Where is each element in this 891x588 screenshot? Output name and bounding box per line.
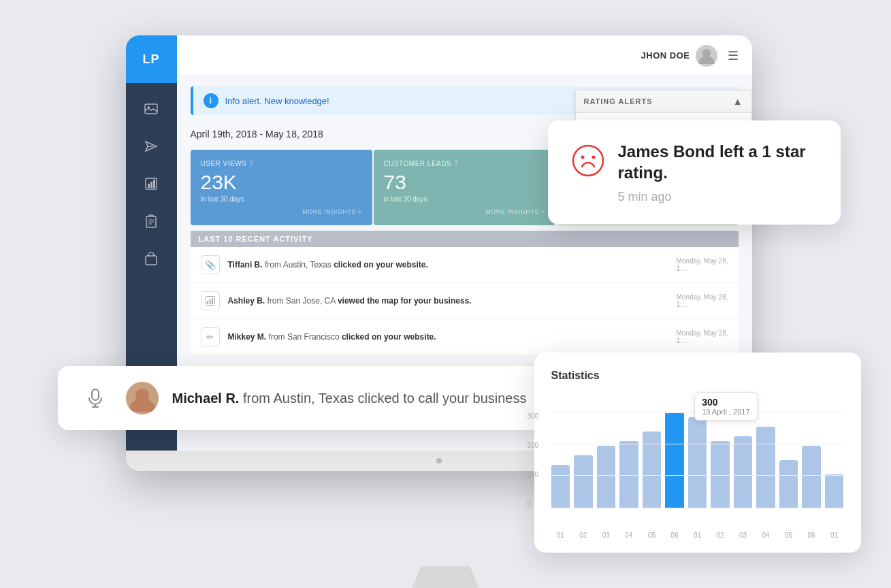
- activity-time-3: Monday, May 28,1:...: [677, 329, 728, 344]
- sidebar-item-clipboard[interactable]: [126, 202, 177, 240]
- activity-item-3: ✏ Mikkey M. from San Francisco clicked o…: [191, 319, 739, 355]
- activity-icon-1: 📎: [201, 255, 220, 274]
- x-label-8: 03: [734, 532, 753, 539]
- sad-face-icon-large: [572, 144, 604, 182]
- stat-card-customer-leads: CUSTOMER LEADS ? 73 in last 30 days MORE…: [374, 150, 555, 225]
- call-notification: Michael R. from Austin, Texas clicked to…: [58, 366, 548, 430]
- activity-list: 📎 Tiffani B. from Austin, Texas clicked …: [191, 247, 739, 355]
- activity-name-3: Mikkey M.: [228, 332, 267, 342]
- y-label-100: 100: [528, 471, 539, 478]
- y-label-0: 0: [528, 500, 539, 508]
- grid-line-3: [551, 508, 844, 508]
- stat-link-customer-leads[interactable]: MORE INSIGHTS >: [384, 208, 545, 215]
- mic-icon: [78, 381, 112, 415]
- topbar: JHON DOE ☰: [177, 35, 752, 76]
- activity-section: LAST 10 RECENT ACTIVITY 📎 Tiffani B. fro…: [191, 231, 739, 355]
- activity-text-3: Mikkey M. from San Francisco clicked on …: [228, 332, 668, 342]
- rating-alerts-collapse-icon[interactable]: ▲: [733, 96, 743, 107]
- notification-time: 5 min ago: [618, 190, 817, 204]
- chart-grid-lines: [551, 412, 844, 508]
- svg-point-13: [573, 146, 603, 176]
- x-label-1: 02: [574, 532, 593, 539]
- activity-location-3: from San Francisco: [269, 332, 342, 342]
- x-label-12: 01: [825, 532, 844, 539]
- svg-rect-10: [207, 301, 208, 304]
- call-text: Michael R. from Austin, Texas clicked to…: [172, 391, 528, 406]
- x-label-2: 03: [597, 532, 616, 539]
- chart-title: Statistics: [551, 370, 844, 382]
- activity-text-2: Ashley B. from San Jose, CA viewed the m…: [228, 296, 668, 306]
- activity-location-1: from Austin, Texas: [265, 260, 334, 270]
- y-label-300: 300: [528, 412, 539, 420]
- x-label-6: 01: [688, 532, 707, 539]
- grid-line-1: [551, 444, 844, 444]
- sidebar-icons: [126, 83, 177, 277]
- x-label-3: 04: [619, 532, 638, 539]
- activity-location-2: from San Jose, CA: [268, 296, 338, 306]
- user-avatar: [696, 45, 717, 67]
- chart-x-labels: 01020304050601020304050601: [551, 532, 844, 539]
- x-label-7: 02: [711, 532, 730, 539]
- stat-card-user-views: USER VIEWS ? 23K in last 30 days MORE IN…: [191, 150, 372, 225]
- rating-alerts-title: RATING ALERTS: [584, 97, 653, 105]
- sidebar-item-send[interactable]: [126, 127, 177, 165]
- svg-point-15: [592, 156, 595, 159]
- chart-tooltip: 300 13 April , 2017: [694, 392, 757, 421]
- svg-rect-12: [212, 298, 213, 304]
- chart-y-labels: 300 200 100 0: [528, 412, 539, 508]
- caller-avatar: [126, 382, 159, 414]
- activity-name-1: Tiffani B.: [228, 260, 263, 270]
- x-label-4: 05: [643, 532, 662, 539]
- activity-header: LAST 10 RECENT ACTIVITY: [191, 231, 739, 247]
- stat-value-customer-leads: 73: [384, 171, 545, 194]
- date-range: April 19th, 2018 - May 18, 2018: [191, 129, 323, 140]
- svg-rect-11: [209, 299, 210, 304]
- svg-rect-7: [146, 256, 157, 265]
- caller-city: Austin, Texas: [273, 391, 354, 406]
- y-label-200: 200: [528, 442, 539, 449]
- notification-name: James Bond: [618, 142, 715, 161]
- grid-line-2: [551, 475, 844, 476]
- activity-item-2: Ashley B. from San Jose, CA viewed the m…: [191, 283, 739, 319]
- user-name: JHON DOE: [641, 50, 690, 61]
- x-label-5: 06: [665, 532, 684, 539]
- sidebar-item-chart[interactable]: [126, 165, 177, 202]
- stat-label-customer-leads: CUSTOMER LEADS ?: [384, 160, 545, 167]
- sidebar-logo[interactable]: LP: [126, 35, 177, 83]
- notification-card: James Bond left a 1 star rating. 5 min a…: [548, 120, 841, 225]
- activity-time-2: Monday, May 28,1:...: [677, 293, 728, 308]
- menu-icon[interactable]: ☰: [728, 48, 739, 63]
- svg-rect-16: [92, 389, 99, 400]
- sidebar-item-image[interactable]: [126, 90, 177, 127]
- rating-alerts-header: RATING ALERTS ▲: [576, 91, 751, 113]
- svg-rect-3: [148, 184, 150, 188]
- activity-action-2: viewed the map for your business.: [338, 296, 472, 306]
- activity-time-1: Monday, May 28,1:...: [677, 257, 728, 272]
- info-icon: i: [204, 93, 218, 108]
- activity-text-1: Tiffani B. from Austin, Texas clicked on…: [228, 260, 668, 270]
- monitor-stand: [405, 566, 487, 588]
- notification-main-text: James Bond left a 1 star rating.: [618, 141, 817, 183]
- activity-action-1: clicked on your website.: [334, 260, 428, 270]
- monitor-button-dot: [436, 458, 442, 463]
- tooltip-date: 13 April , 2017: [702, 408, 749, 416]
- stat-sub-user-views: in last 30 days: [201, 195, 362, 203]
- stat-label-user-views: USER VIEWS ?: [201, 160, 362, 167]
- x-label-11: 06: [802, 532, 821, 539]
- scene: LP: [71, 22, 820, 566]
- caller-action: clicked to call your business: [358, 391, 527, 406]
- activity-icon-3: ✏: [201, 327, 220, 346]
- caller-location: from: [243, 391, 273, 406]
- activity-action-3: clicked on your website.: [342, 332, 436, 342]
- activity-name-2: Ashley B.: [228, 296, 265, 306]
- svg-rect-4: [150, 182, 152, 188]
- sidebar-item-bag[interactable]: [126, 240, 177, 277]
- stat-value-user-views: 23K: [201, 171, 362, 194]
- svg-point-14: [581, 156, 584, 159]
- chart-area: 300 200 100 0 300 13 April , 2017: [551, 392, 844, 528]
- notification-card-inner: James Bond left a 1 star rating. 5 min a…: [572, 141, 817, 204]
- topbar-user: JHON DOE: [641, 45, 717, 67]
- notification-text-block: James Bond left a 1 star rating. 5 min a…: [618, 141, 817, 204]
- alert-text: Info alert. New knowledge!: [225, 96, 329, 106]
- stat-link-user-views[interactable]: MORE INSIGHTS >: [201, 208, 362, 215]
